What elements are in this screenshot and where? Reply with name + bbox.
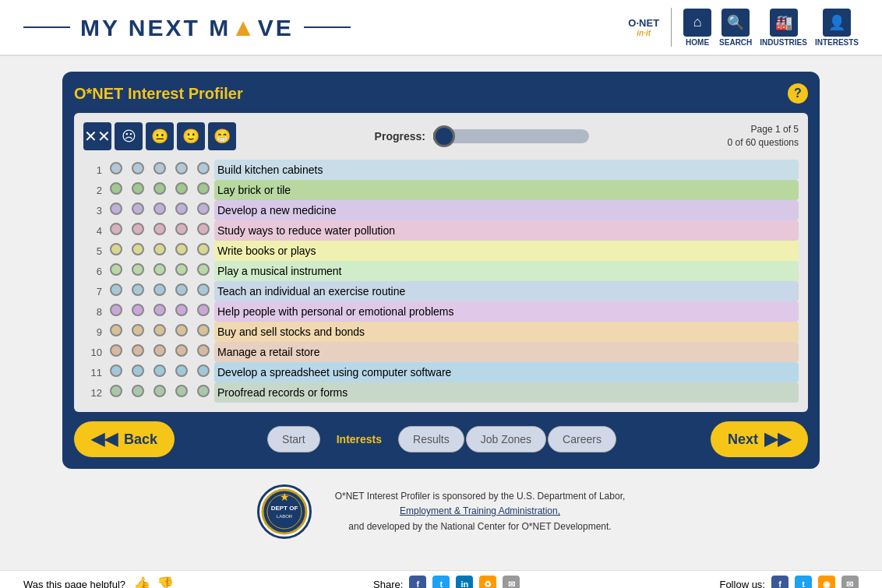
- radio-button[interactable]: [110, 283, 122, 296]
- tab-job-zones[interactable]: Job Zones: [466, 426, 546, 452]
- radio-button[interactable]: [153, 385, 166, 397]
- radio-button[interactable]: [110, 162, 122, 174]
- table-row: 11Develop a spreadsheet using computer s…: [83, 362, 799, 382]
- radio-button[interactable]: [153, 162, 166, 174]
- radio-button[interactable]: [197, 243, 210, 255]
- row-number: 6: [83, 261, 105, 281]
- radio-button[interactable]: [132, 223, 144, 235]
- back-button[interactable]: ◀◀ Back: [74, 421, 175, 457]
- radio-button[interactable]: [153, 324, 166, 336]
- rss-icon[interactable]: ♻: [479, 576, 496, 588]
- radio-button[interactable]: [175, 364, 188, 377]
- tab-careers[interactable]: Careers: [548, 426, 616, 452]
- follow-facebook-icon[interactable]: f: [771, 576, 789, 588]
- help-button[interactable]: ?: [788, 83, 808, 104]
- radio-button[interactable]: [110, 243, 122, 255]
- radio-cell: [171, 322, 192, 342]
- radio-cell: [149, 281, 171, 301]
- email-icon[interactable]: ✉: [503, 576, 520, 588]
- radio-button[interactable]: [153, 344, 166, 357]
- tab-interests[interactable]: Interests: [322, 426, 397, 452]
- radio-button[interactable]: [153, 182, 166, 195]
- question-text: Study ways to reduce water pollution: [214, 220, 799, 241]
- search-icon: 🔍: [721, 9, 750, 37]
- question-text: Buy and sell stocks and bonds: [214, 322, 799, 342]
- tab-start[interactable]: Start: [267, 426, 320, 452]
- radio-button[interactable]: [153, 283, 166, 296]
- radio-button[interactable]: [153, 223, 166, 235]
- radio-button[interactable]: [175, 324, 188, 336]
- radio-button[interactable]: [110, 344, 122, 357]
- radio-button[interactable]: [175, 202, 188, 215]
- radio-button[interactable]: [175, 344, 188, 357]
- radio-button[interactable]: [197, 385, 210, 397]
- radio-button[interactable]: [197, 324, 210, 336]
- radio-button[interactable]: [197, 263, 210, 276]
- thumbs-up-icon[interactable]: 👍: [133, 576, 150, 588]
- next-button[interactable]: Next ▶▶: [711, 421, 808, 457]
- radio-button[interactable]: [132, 202, 144, 215]
- radio-button[interactable]: [110, 223, 122, 235]
- radio-button[interactable]: [132, 243, 144, 255]
- radio-button[interactable]: [153, 243, 166, 255]
- radio-button[interactable]: [132, 283, 144, 296]
- radio-cell: [171, 281, 192, 301]
- radio-button[interactable]: [197, 304, 210, 316]
- radio-button[interactable]: [110, 202, 122, 215]
- follow-twitter-icon[interactable]: t: [795, 576, 812, 588]
- radio-button[interactable]: [175, 385, 188, 397]
- radio-button[interactable]: [197, 223, 210, 235]
- radio-cell: [105, 220, 127, 241]
- radio-button[interactable]: [197, 162, 210, 174]
- radio-button[interactable]: [110, 304, 122, 316]
- radio-button[interactable]: [175, 182, 188, 195]
- radio-button[interactable]: [197, 344, 210, 357]
- radio-button[interactable]: [132, 162, 144, 174]
- radio-button[interactable]: [197, 283, 210, 296]
- radio-button[interactable]: [132, 304, 144, 316]
- radio-button[interactable]: [132, 182, 144, 195]
- nav-interests[interactable]: 👤 INTERESTS: [815, 9, 859, 47]
- radio-button[interactable]: [197, 364, 210, 377]
- linkedin-icon[interactable]: in: [456, 576, 473, 588]
- follow-rss-icon[interactable]: ◉: [818, 576, 835, 588]
- nav-home[interactable]: ⌂ HOME: [683, 9, 711, 47]
- radio-button[interactable]: [110, 263, 122, 276]
- radio-button[interactable]: [153, 364, 166, 377]
- radio-button[interactable]: [175, 223, 188, 235]
- radio-button[interactable]: [110, 364, 122, 377]
- radio-button[interactable]: [175, 162, 188, 174]
- radio-button[interactable]: [110, 385, 122, 397]
- radio-button[interactable]: [132, 263, 144, 276]
- radio-button[interactable]: [132, 324, 144, 336]
- thumbs-down-icon[interactable]: 👎: [157, 576, 174, 588]
- twitter-icon[interactable]: t: [432, 576, 450, 588]
- follow-email-icon[interactable]: ✉: [841, 576, 859, 588]
- table-row: 6Play a musical instrument: [83, 261, 799, 281]
- radio-button[interactable]: [153, 263, 166, 276]
- radio-button[interactable]: [197, 182, 210, 195]
- radio-cell: [105, 281, 127, 301]
- radio-button[interactable]: [153, 202, 166, 215]
- radio-button[interactable]: [110, 182, 122, 195]
- facebook-icon[interactable]: f: [409, 576, 426, 588]
- sponsor-link[interactable]: Employment & Training Administration,: [400, 505, 560, 516]
- radio-cell: [105, 241, 127, 261]
- tab-results[interactable]: Results: [398, 426, 464, 452]
- nav-industries[interactable]: 🏭 INDUSTRIES: [760, 9, 807, 47]
- radio-button[interactable]: [132, 364, 144, 377]
- radio-button[interactable]: [175, 243, 188, 255]
- radio-button[interactable]: [175, 263, 188, 276]
- radio-button[interactable]: [197, 202, 210, 215]
- radio-button[interactable]: [175, 283, 188, 296]
- radio-button[interactable]: [110, 324, 122, 336]
- radio-button[interactable]: [153, 304, 166, 316]
- interests-label: INTERESTS: [815, 38, 859, 47]
- radio-button[interactable]: [132, 344, 144, 357]
- profiler-inner: ✕✕ ☹ 😐 🙂 😁 Progress: Page 1 of 5 0 of 60…: [74, 113, 808, 412]
- radio-button[interactable]: [132, 385, 144, 397]
- nav-search[interactable]: 🔍 SEARCH: [719, 9, 752, 47]
- radio-button[interactable]: [175, 304, 188, 316]
- svg-text:★: ★: [279, 491, 289, 503]
- logo-line-right: [304, 26, 351, 28]
